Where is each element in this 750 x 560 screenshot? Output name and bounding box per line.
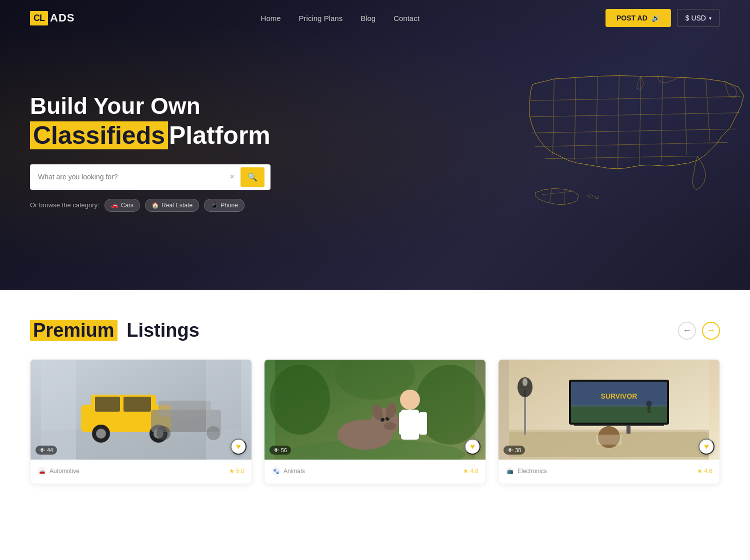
post-ad-button[interactable]: POST AD 🔊 [606,9,671,27]
prev-arrow-button[interactable]: ← [678,322,696,340]
svg-line-5 [661,77,662,162]
rating-value: 4.8 [470,468,478,475]
section-title-highlight: Premium [30,320,118,341]
view-count: 44 [47,447,53,453]
svg-point-28 [156,426,170,440]
svg-line-10 [531,129,736,133]
svg-point-53 [522,378,528,386]
category-name: Automotive [50,468,80,475]
card-views: 👁 56 [270,446,291,455]
listing-card: 👁 44 ♥ 🚗 Automotive ★ 5.0 [30,359,252,484]
card-category-row: 📺 Electronics ★ 4.6 [506,467,712,476]
search-clear-button[interactable]: × [228,172,236,181]
eye-icon: 👁 [40,447,45,453]
section-header: Premium Listings ← → [30,320,720,341]
carousel-navigation: ← → [678,322,720,340]
search-icon: 🔍 [248,173,258,181]
svg-rect-39 [399,412,407,435]
logo-ads: ADS [50,11,74,24]
star-icon: ★ [463,468,468,475]
arrow-left-icon: ← [682,325,692,336]
svg-line-0 [553,79,554,155]
svg-rect-64 [648,406,650,413]
currency-button[interactable]: $ USD ▾ [677,9,720,27]
svg-rect-21 [124,397,151,412]
us-map [500,63,750,227]
svg-line-15 [542,191,573,195]
card-views: 👁 38 [504,446,525,455]
browse-phone[interactable]: 📱 Phone [204,199,244,212]
premium-listings-section: Premium Listings ← → [0,290,750,504]
svg-line-11 [535,142,728,146]
section-title: Premium Listings [30,320,200,341]
browse-categories-row: Or browse the category: 🚗 Cars 🏠 Real Es… [30,199,270,212]
favorite-button[interactable]: ♥ [230,439,246,455]
card-image-automotive: 👁 44 ♥ [30,360,252,460]
phone-icon: 📱 [210,202,218,209]
svg-line-8 [530,96,741,100]
hero-title-line2: ClassifiedsPlatform [30,121,270,150]
nav-home[interactable]: Home [261,14,281,22]
phone-label: Phone [220,202,238,209]
hero-content: Build Your Own ClassifiedsPlatform × 🔍 O… [0,93,300,211]
svg-rect-56 [626,426,630,434]
eye-icon: 👁 [274,447,279,453]
category-name: Electronics [518,468,547,475]
svg-line-3 [618,76,620,167]
category-icon: 🚗 [38,467,46,476]
nav-pricing[interactable]: Pricing Plans [299,14,343,22]
svg-line-12 [544,156,698,158]
cars-icon: 🚗 [111,202,118,209]
favorite-button[interactable]: ♥ [464,439,480,455]
view-count: 56 [281,447,287,453]
svg-rect-60 [571,405,667,423]
svg-rect-30 [41,360,76,460]
browse-real-estate[interactable]: 🏠 Real Estate [145,199,199,212]
card-body: 🐾 Animals ★ 4.8 [264,460,486,484]
hero-section: Build Your Own ClassifiedsPlatform × 🔍 O… [0,0,750,290]
favorite-button[interactable]: ♥ [698,439,714,455]
search-bar: × 🔍 [30,164,270,190]
star-icon: ★ [229,468,234,475]
card-category-row: 🚗 Automotive ★ 5.0 [38,467,244,476]
currency-label: $ USD [686,14,706,22]
arrow-right-icon: → [706,325,716,336]
heart-icon: ♥ [704,442,709,451]
card-body: 🚗 Automotive ★ 5.0 [30,460,252,484]
eye-icon: 👁 [508,447,513,453]
heart-icon: ♥ [470,442,475,451]
heart-icon: ♥ [236,442,241,451]
next-arrow-button[interactable]: → [702,322,720,340]
svg-rect-40 [419,412,427,435]
svg-line-14 [564,189,565,204]
main-nav: Home Pricing Plans Blog Contact [261,14,420,22]
rating-value: 5.0 [236,468,244,475]
svg-rect-20 [95,397,120,412]
category-icon: 🐾 [272,467,280,476]
listing-card: 👁 56 ♥ 🐾 Animals ★ 4.8 [264,359,486,484]
svg-text:SURVIVOR: SURVIVOR [601,392,638,400]
card-rating: ★ 5.0 [229,468,244,475]
card-body: 📺 Electronics ★ 4.6 [498,460,720,484]
hero-title-plain: Platform [169,121,270,149]
card-category-row: 🐾 Animals ★ 4.8 [272,467,478,476]
speaker-icon: 🔊 [652,14,660,22]
nav-contact[interactable]: Contact [394,14,420,22]
svg-line-1 [574,77,576,160]
section-title-plain: Listings [126,320,200,341]
nav-blog[interactable]: Blog [360,14,376,22]
svg-point-43 [384,422,396,430]
card-views: 👁 44 [36,446,57,455]
listings-grid: 👁 44 ♥ 🚗 Automotive ★ 5.0 [30,359,720,484]
post-ad-label: POST AD [616,14,648,22]
logo-link[interactable]: CL ADS [30,11,74,25]
svg-rect-27 [158,401,211,417]
real-estate-label: Real Estate [162,202,192,209]
search-input[interactable] [36,169,224,185]
svg-line-7 [706,79,710,141]
search-submit-button[interactable]: 🔍 [240,167,264,187]
browse-cars[interactable]: 🚗 Cars [104,199,140,212]
header-actions: POST AD 🔊 $ USD ▾ [606,9,720,27]
chevron-down-icon: ▾ [709,15,712,21]
category-name: Animals [284,468,305,475]
